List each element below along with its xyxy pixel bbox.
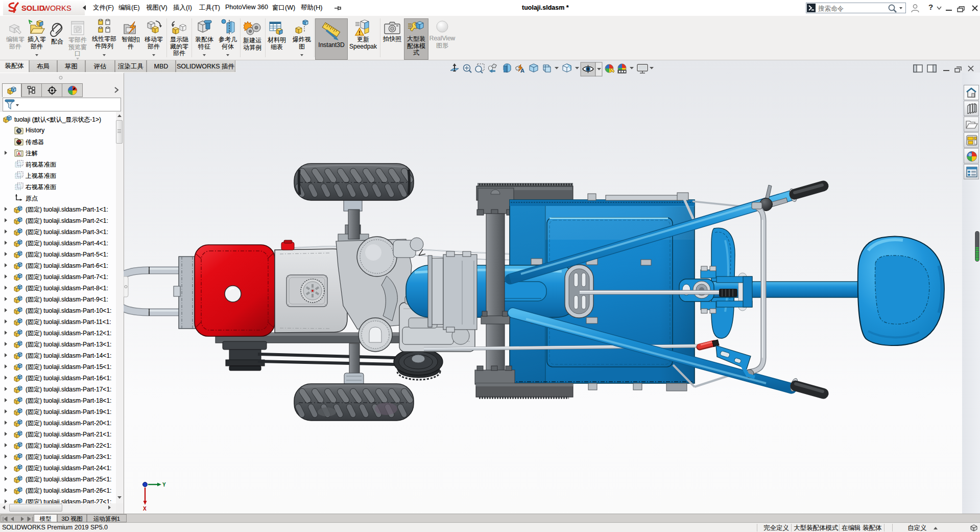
svg-text:Y: Y xyxy=(162,482,166,488)
svg-text:A: A xyxy=(17,151,20,156)
svg-text:A: A xyxy=(520,67,524,74)
svg-text:X: X xyxy=(143,506,147,512)
svg-text:WORKS: WORKS xyxy=(43,4,71,12)
svg-text:SOLID: SOLID xyxy=(21,4,44,12)
